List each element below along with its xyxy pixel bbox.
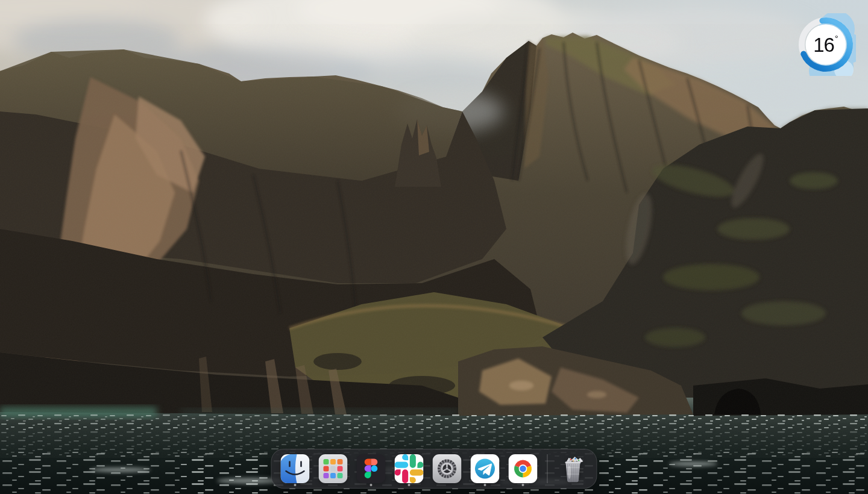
running-indicator <box>407 484 410 486</box>
finder-icon <box>280 454 309 483</box>
running-indicator <box>483 484 486 486</box>
launchpad-icon <box>318 454 347 483</box>
figma-icon <box>356 454 385 483</box>
system-settings-icon <box>432 454 461 483</box>
running-indicator <box>370 484 372 486</box>
dock-item-finder[interactable] <box>276 449 314 488</box>
dock-item-trash[interactable] <box>554 449 593 488</box>
dock-divider <box>547 454 548 483</box>
telegram-icon <box>470 454 499 483</box>
wallpaper-image <box>0 0 868 494</box>
dock-item-chrome[interactable] <box>504 449 542 488</box>
running-indicator <box>521 484 524 486</box>
weather-widget-graphic <box>796 13 856 76</box>
dock-item-telegram[interactable] <box>466 449 504 488</box>
dock-item-slack[interactable] <box>390 449 428 488</box>
weather-widget[interactable]: 16 ° <box>796 13 856 76</box>
chrome-icon <box>508 454 537 483</box>
desktop: 16 ° <box>0 0 868 494</box>
dock-item-launchpad[interactable] <box>314 449 352 488</box>
slack-icon <box>394 454 423 483</box>
running-indicator <box>294 484 296 486</box>
dock-item-system-settings[interactable] <box>428 449 466 488</box>
dock-item-figma[interactable] <box>352 449 390 488</box>
trash-full-icon <box>559 454 588 483</box>
dock <box>271 449 597 489</box>
